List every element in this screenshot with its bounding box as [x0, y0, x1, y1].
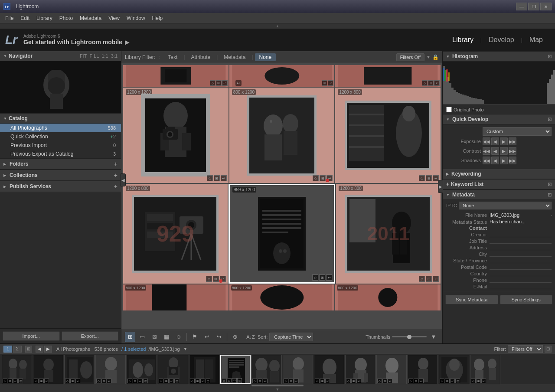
right-panel-collapse[interactable]: ▶: [438, 180, 443, 193]
view-people-button[interactable]: ☺: [173, 332, 184, 342]
top-panel-collapse[interactable]: ▲: [0, 23, 555, 29]
menu-file[interactable]: File: [2, 14, 17, 22]
nav-prev-button[interactable]: ◀: [36, 346, 43, 353]
filmstrip-scrollbar[interactable]: [251, 385, 304, 386]
metadata-filename-input[interactable]: [490, 212, 549, 218]
contrast-up-large[interactable]: ▶▶: [509, 147, 516, 155]
view-loupe-button[interactable]: ▭: [137, 332, 147, 342]
filmstrip-thumb-3[interactable]: ◇ ⊞ ↩: [64, 355, 95, 384]
grid-cell-1-3[interactable]: 1200 x 800: [335, 88, 441, 183]
keyword-list-header[interactable]: + Keyword List ⊡: [443, 179, 555, 189]
sync-metadata-button[interactable]: Sync Metadata: [445, 295, 498, 304]
metadata-postal-input[interactable]: [490, 264, 552, 270]
original-photo-checkbox[interactable]: [446, 107, 452, 112]
module-map[interactable]: Map: [522, 36, 550, 44]
metadata-country-input[interactable]: [490, 271, 552, 276]
photo-grid[interactable]: ◇ ⊞ ↩ ↩ ⊞ ↩: [121, 63, 442, 330]
view-compare-button[interactable]: ⊠: [149, 332, 160, 342]
contrast-up[interactable]: ▶: [500, 147, 508, 155]
sort-az-icon[interactable]: A↓Z: [245, 332, 256, 342]
filmstrip-thumb-1[interactable]: ◇ ⊞ ↩ ◫: [2, 355, 32, 384]
filmstrip-thumb-13[interactable]: ◇ ⊞ ↩: [376, 355, 407, 384]
metadata-preset-select[interactable]: None IPTC: [459, 202, 552, 209]
publish-services-add[interactable]: +: [114, 183, 118, 190]
grid-cell-3-1[interactable]: 800 x 1200: [123, 284, 229, 310]
grid-cell-2-1[interactable]: 1200 x 800 929: [123, 184, 228, 284]
menu-window[interactable]: Window: [123, 14, 149, 22]
filmstrip-collapse[interactable]: ⊡: [545, 346, 552, 353]
filmstrip-filter-select[interactable]: Filters Off Flagged Unflagged: [508, 345, 543, 353]
minimize-button[interactable]: —: [516, 3, 527, 10]
menu-edit[interactable]: Edit: [17, 14, 33, 22]
shadows-up[interactable]: ▶: [500, 157, 508, 164]
filter-metadata[interactable]: Metadata: [219, 53, 250, 61]
contrast-down[interactable]: ◀: [491, 147, 499, 155]
collections-add[interactable]: +: [114, 172, 118, 179]
rotate-left-button[interactable]: ↩: [202, 332, 212, 342]
filmstrip-thumb-4[interactable]: ◇ ⊞ ↩: [95, 355, 126, 384]
metadata-jobtitle-input[interactable]: [490, 238, 552, 244]
filmstrip-thumb-16[interactable]: ◇ ⊞ ↩: [470, 355, 500, 384]
menu-photo[interactable]: Photo: [56, 14, 76, 22]
catalog-item-quick-collection[interactable]: Quick Collection + 2: [0, 132, 121, 141]
metadata-phone-input[interactable]: [490, 277, 552, 283]
page-1-button[interactable]: 1: [3, 346, 12, 353]
grid-button[interactable]: ⊞: [25, 346, 32, 353]
keywording-header[interactable]: ▶ Keywording: [443, 169, 555, 179]
module-develop[interactable]: Develop: [482, 36, 521, 44]
exposure-up[interactable]: ▶: [500, 137, 508, 145]
navigator-header[interactable]: ▼ Navigator FIT FILL 1:1 3:1: [0, 51, 121, 61]
export-button[interactable]: Export...: [62, 331, 119, 341]
menu-metadata[interactable]: Metadata: [76, 14, 105, 22]
filmstrip-dropdown[interactable]: ▼: [183, 346, 189, 352]
metadata-state-input[interactable]: [490, 258, 552, 263]
filmstrip-thumb-12[interactable]: ◇ ⊞ ↩: [345, 355, 375, 384]
catalog-header[interactable]: ▼ Catalog: [0, 113, 121, 124]
folders-add[interactable]: +: [114, 160, 118, 167]
grid-cell-1-1[interactable]: 1200 x 1200: [123, 88, 229, 183]
filmstrip-thumb-5[interactable]: ◇ ⊞ ↩ ◫: [127, 355, 157, 384]
left-panel-collapse[interactable]: ◀: [121, 173, 126, 186]
shadows-up-large[interactable]: ▶▶: [509, 157, 516, 164]
menu-library[interactable]: Library: [33, 14, 56, 22]
thumbnail-options[interactable]: ▼: [428, 332, 439, 342]
quick-develop-header[interactable]: ▼ Quick Develop ⊡: [443, 114, 555, 124]
rotate-right-button[interactable]: ↪: [214, 332, 224, 342]
catalog-item-previous-export[interactable]: Previous Export as Catalog 3: [0, 150, 121, 158]
publish-services-header[interactable]: ▶ Publish Services +: [0, 181, 121, 192]
import-button[interactable]: Import...: [3, 331, 60, 341]
view-grid-button[interactable]: ⊞: [125, 332, 135, 342]
shadows-down[interactable]: ◀: [491, 157, 499, 164]
folders-header[interactable]: ▶ Folders +: [0, 158, 121, 170]
module-library[interactable]: Library: [445, 36, 480, 44]
qd-preset-select[interactable]: Custom Adobe Standard: [483, 127, 552, 136]
catalog-item-all-photographs[interactable]: All Photographs 538: [0, 124, 121, 132]
filmstrip-thumb-2[interactable]: ◇ ⊞ ↩: [33, 355, 63, 384]
exposure-up-large[interactable]: ▶▶: [509, 137, 516, 145]
grid-cell-3-2[interactable]: 800 x 1200: [229, 284, 335, 310]
filmstrip-thumb-14[interactable]: ◇ ⊞ ↩: [408, 355, 438, 384]
grid-cell-2-3[interactable]: 1200 x 800 2011: [336, 184, 441, 284]
filename-icon[interactable]: ⋮: [549, 212, 554, 218]
grid-cell-top-2[interactable]: ↩ ⊞ ↩: [229, 65, 335, 87]
collections-header[interactable]: ▶ Collections +: [0, 170, 121, 181]
exposure-down[interactable]: ◀: [491, 137, 499, 145]
grid-cell-top-1[interactable]: ◇ ⊞ ↩: [123, 65, 229, 87]
nav-next-button[interactable]: ▶: [44, 346, 52, 353]
metadata-creator-input[interactable]: [490, 232, 552, 237]
metadata-email-input[interactable]: [490, 284, 552, 289]
lock-icon[interactable]: 🔒: [432, 54, 439, 60]
filter-text[interactable]: Text: [163, 53, 182, 61]
filter-none[interactable]: None: [255, 53, 276, 61]
bottom-panel-collapse[interactable]: ▼: [0, 387, 555, 392]
metadata-header[interactable]: ▼ Metadata ⊡: [443, 189, 555, 200]
filmstrip-thumb-10[interactable]: ◇ ⊞ ↩: [283, 355, 313, 384]
filter-attribute[interactable]: Attribute: [187, 53, 215, 61]
grid-cell-2-2[interactable]: 959 x 1200: [229, 184, 336, 284]
shadows-down-large[interactable]: ◀◀: [483, 157, 490, 164]
metadata-city-input[interactable]: [490, 251, 552, 257]
sort-dropdown[interactable]: Capture Time Edit Time File Name: [269, 333, 313, 341]
filmstrip-thumb-15[interactable]: ◇ ⊞ ↩ ◫: [439, 355, 469, 384]
nav-3-1[interactable]: 3:1: [111, 53, 118, 59]
sync-settings-button[interactable]: Sync Settings: [500, 295, 553, 304]
